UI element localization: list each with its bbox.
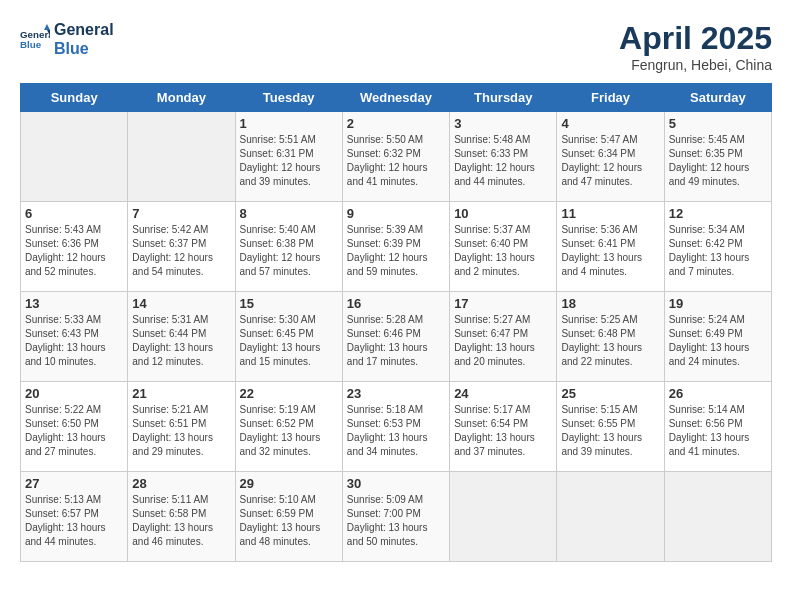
title-block: April 2025 Fengrun, Hebei, China — [619, 20, 772, 73]
header-row: SundayMondayTuesdayWednesdayThursdayFrid… — [21, 84, 772, 112]
calendar-cell: 19Sunrise: 5:24 AM Sunset: 6:49 PM Dayli… — [664, 292, 771, 382]
logo-general: General — [54, 20, 114, 39]
cell-content: Sunrise: 5:39 AM Sunset: 6:39 PM Dayligh… — [347, 223, 445, 279]
calendar-cell: 28Sunrise: 5:11 AM Sunset: 6:58 PM Dayli… — [128, 472, 235, 562]
calendar-cell: 11Sunrise: 5:36 AM Sunset: 6:41 PM Dayli… — [557, 202, 664, 292]
day-number: 13 — [25, 296, 123, 311]
calendar-cell: 21Sunrise: 5:21 AM Sunset: 6:51 PM Dayli… — [128, 382, 235, 472]
cell-content: Sunrise: 5:31 AM Sunset: 6:44 PM Dayligh… — [132, 313, 230, 369]
calendar-cell: 7Sunrise: 5:42 AM Sunset: 6:37 PM Daylig… — [128, 202, 235, 292]
day-number: 5 — [669, 116, 767, 131]
day-number: 26 — [669, 386, 767, 401]
calendar-table: SundayMondayTuesdayWednesdayThursdayFrid… — [20, 83, 772, 562]
day-header-thursday: Thursday — [450, 84, 557, 112]
calendar-week-4: 20Sunrise: 5:22 AM Sunset: 6:50 PM Dayli… — [21, 382, 772, 472]
cell-content: Sunrise: 5:17 AM Sunset: 6:54 PM Dayligh… — [454, 403, 552, 459]
day-header-sunday: Sunday — [21, 84, 128, 112]
calendar-cell: 17Sunrise: 5:27 AM Sunset: 6:47 PM Dayli… — [450, 292, 557, 382]
day-number: 20 — [25, 386, 123, 401]
day-number: 11 — [561, 206, 659, 221]
day-number: 6 — [25, 206, 123, 221]
day-header-friday: Friday — [557, 84, 664, 112]
cell-content: Sunrise: 5:13 AM Sunset: 6:57 PM Dayligh… — [25, 493, 123, 549]
calendar-week-2: 6Sunrise: 5:43 AM Sunset: 6:36 PM Daylig… — [21, 202, 772, 292]
calendar-cell: 25Sunrise: 5:15 AM Sunset: 6:55 PM Dayli… — [557, 382, 664, 472]
logo: General Blue General Blue — [20, 20, 114, 58]
day-number: 30 — [347, 476, 445, 491]
calendar-cell: 9Sunrise: 5:39 AM Sunset: 6:39 PM Daylig… — [342, 202, 449, 292]
page-header: General Blue General Blue April 2025 Fen… — [20, 20, 772, 73]
svg-marker-2 — [44, 24, 50, 30]
cell-content: Sunrise: 5:28 AM Sunset: 6:46 PM Dayligh… — [347, 313, 445, 369]
day-number: 23 — [347, 386, 445, 401]
calendar-cell — [450, 472, 557, 562]
cell-content: Sunrise: 5:19 AM Sunset: 6:52 PM Dayligh… — [240, 403, 338, 459]
calendar-cell: 3Sunrise: 5:48 AM Sunset: 6:33 PM Daylig… — [450, 112, 557, 202]
calendar-cell: 8Sunrise: 5:40 AM Sunset: 6:38 PM Daylig… — [235, 202, 342, 292]
cell-content: Sunrise: 5:09 AM Sunset: 7:00 PM Dayligh… — [347, 493, 445, 549]
calendar-cell: 15Sunrise: 5:30 AM Sunset: 6:45 PM Dayli… — [235, 292, 342, 382]
cell-content: Sunrise: 5:18 AM Sunset: 6:53 PM Dayligh… — [347, 403, 445, 459]
day-number: 1 — [240, 116, 338, 131]
calendar-cell: 23Sunrise: 5:18 AM Sunset: 6:53 PM Dayli… — [342, 382, 449, 472]
cell-content: Sunrise: 5:15 AM Sunset: 6:55 PM Dayligh… — [561, 403, 659, 459]
day-number: 17 — [454, 296, 552, 311]
calendar-cell: 24Sunrise: 5:17 AM Sunset: 6:54 PM Dayli… — [450, 382, 557, 472]
calendar-cell: 5Sunrise: 5:45 AM Sunset: 6:35 PM Daylig… — [664, 112, 771, 202]
calendar-cell: 10Sunrise: 5:37 AM Sunset: 6:40 PM Dayli… — [450, 202, 557, 292]
day-number: 24 — [454, 386, 552, 401]
day-number: 22 — [240, 386, 338, 401]
cell-content: Sunrise: 5:50 AM Sunset: 6:32 PM Dayligh… — [347, 133, 445, 189]
calendar-cell: 27Sunrise: 5:13 AM Sunset: 6:57 PM Dayli… — [21, 472, 128, 562]
month-title: April 2025 — [619, 20, 772, 57]
day-number: 4 — [561, 116, 659, 131]
calendar-cell: 1Sunrise: 5:51 AM Sunset: 6:31 PM Daylig… — [235, 112, 342, 202]
cell-content: Sunrise: 5:34 AM Sunset: 6:42 PM Dayligh… — [669, 223, 767, 279]
cell-content: Sunrise: 5:51 AM Sunset: 6:31 PM Dayligh… — [240, 133, 338, 189]
calendar-cell: 13Sunrise: 5:33 AM Sunset: 6:43 PM Dayli… — [21, 292, 128, 382]
calendar-cell: 22Sunrise: 5:19 AM Sunset: 6:52 PM Dayli… — [235, 382, 342, 472]
svg-text:General: General — [20, 29, 50, 40]
day-number: 15 — [240, 296, 338, 311]
calendar-body: 1Sunrise: 5:51 AM Sunset: 6:31 PM Daylig… — [21, 112, 772, 562]
day-number: 27 — [25, 476, 123, 491]
cell-content: Sunrise: 5:47 AM Sunset: 6:34 PM Dayligh… — [561, 133, 659, 189]
cell-content: Sunrise: 5:10 AM Sunset: 6:59 PM Dayligh… — [240, 493, 338, 549]
calendar-cell — [21, 112, 128, 202]
cell-content: Sunrise: 5:42 AM Sunset: 6:37 PM Dayligh… — [132, 223, 230, 279]
calendar-cell: 2Sunrise: 5:50 AM Sunset: 6:32 PM Daylig… — [342, 112, 449, 202]
cell-content: Sunrise: 5:33 AM Sunset: 6:43 PM Dayligh… — [25, 313, 123, 369]
day-number: 8 — [240, 206, 338, 221]
cell-content: Sunrise: 5:30 AM Sunset: 6:45 PM Dayligh… — [240, 313, 338, 369]
cell-content: Sunrise: 5:45 AM Sunset: 6:35 PM Dayligh… — [669, 133, 767, 189]
day-number: 3 — [454, 116, 552, 131]
day-number: 25 — [561, 386, 659, 401]
cell-content: Sunrise: 5:24 AM Sunset: 6:49 PM Dayligh… — [669, 313, 767, 369]
day-number: 14 — [132, 296, 230, 311]
calendar-header: SundayMondayTuesdayWednesdayThursdayFrid… — [21, 84, 772, 112]
cell-content: Sunrise: 5:25 AM Sunset: 6:48 PM Dayligh… — [561, 313, 659, 369]
day-number: 28 — [132, 476, 230, 491]
cell-content: Sunrise: 5:48 AM Sunset: 6:33 PM Dayligh… — [454, 133, 552, 189]
calendar-week-1: 1Sunrise: 5:51 AM Sunset: 6:31 PM Daylig… — [21, 112, 772, 202]
calendar-cell: 18Sunrise: 5:25 AM Sunset: 6:48 PM Dayli… — [557, 292, 664, 382]
cell-content: Sunrise: 5:40 AM Sunset: 6:38 PM Dayligh… — [240, 223, 338, 279]
calendar-cell: 26Sunrise: 5:14 AM Sunset: 6:56 PM Dayli… — [664, 382, 771, 472]
location-subtitle: Fengrun, Hebei, China — [619, 57, 772, 73]
day-number: 19 — [669, 296, 767, 311]
day-number: 7 — [132, 206, 230, 221]
day-number: 29 — [240, 476, 338, 491]
calendar-cell: 29Sunrise: 5:10 AM Sunset: 6:59 PM Dayli… — [235, 472, 342, 562]
cell-content: Sunrise: 5:14 AM Sunset: 6:56 PM Dayligh… — [669, 403, 767, 459]
cell-content: Sunrise: 5:27 AM Sunset: 6:47 PM Dayligh… — [454, 313, 552, 369]
cell-content: Sunrise: 5:21 AM Sunset: 6:51 PM Dayligh… — [132, 403, 230, 459]
cell-content: Sunrise: 5:37 AM Sunset: 6:40 PM Dayligh… — [454, 223, 552, 279]
svg-text:Blue: Blue — [20, 39, 42, 50]
calendar-cell: 20Sunrise: 5:22 AM Sunset: 6:50 PM Dayli… — [21, 382, 128, 472]
logo-blue: Blue — [54, 39, 114, 58]
calendar-cell: 4Sunrise: 5:47 AM Sunset: 6:34 PM Daylig… — [557, 112, 664, 202]
day-number: 2 — [347, 116, 445, 131]
cell-content: Sunrise: 5:36 AM Sunset: 6:41 PM Dayligh… — [561, 223, 659, 279]
calendar-cell: 16Sunrise: 5:28 AM Sunset: 6:46 PM Dayli… — [342, 292, 449, 382]
calendar-week-5: 27Sunrise: 5:13 AM Sunset: 6:57 PM Dayli… — [21, 472, 772, 562]
